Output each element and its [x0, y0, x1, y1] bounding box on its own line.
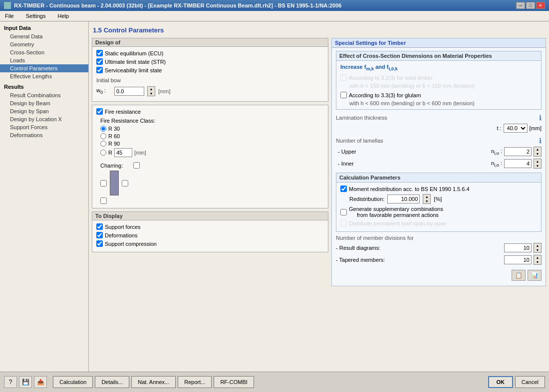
rf-combi-button[interactable]: RF-COMBI	[214, 376, 254, 388]
details-button[interactable]: Details...	[95, 376, 129, 388]
initial-bow-label: Initial bow	[96, 77, 324, 83]
calculation-button[interactable]: Calculation	[53, 376, 93, 388]
upper-lamellas-down[interactable]: ▼	[534, 152, 541, 156]
lamellas-info-icon[interactable]: ℹ	[539, 137, 542, 145]
fire-class-r30-radio[interactable]	[100, 126, 106, 132]
lamination-label: Lamination thickness	[336, 115, 387, 121]
close-btn[interactable]: ✕	[536, 2, 545, 9]
sidebar-item-design-by-location-x[interactable]: Design by Location X	[0, 115, 88, 123]
result-diagrams-down[interactable]: ▼	[534, 248, 541, 252]
effect-subtitle: Increase fm,k and ft,0,k	[340, 64, 537, 71]
charring-checkbox2[interactable]	[100, 180, 107, 187]
minimize-btn[interactable]: ─	[516, 2, 525, 9]
calc-params-title: Calculation Parameters	[336, 173, 541, 183]
support-forces-checkbox[interactable]	[96, 223, 103, 230]
right-panel-icon1[interactable]: 📋	[512, 270, 526, 281]
cancel-button[interactable]: Cancel	[515, 376, 545, 388]
maximize-btn[interactable]: □	[526, 2, 535, 9]
tapered-members-up[interactable]: ▲	[534, 255, 541, 260]
charring-checkbox4[interactable]	[100, 197, 107, 204]
redistribution-unit: [%]	[434, 196, 442, 202]
lamination-info-icon[interactable]: ℹ	[539, 114, 542, 122]
charring-checkbox3[interactable]	[122, 180, 128, 187]
fire-class-label: Fire Resistance Class:	[100, 118, 324, 124]
solid-timber-checkbox[interactable]	[340, 74, 347, 81]
main-content: 1.5 Control Parameters Design of Static …	[89, 21, 549, 372]
result-diagrams-input[interactable]	[504, 243, 532, 252]
nat-annex-button[interactable]: Nat. Annex...	[131, 376, 176, 388]
menu-settings[interactable]: Settings	[23, 12, 49, 20]
page-title: 1.5 Control Parameters	[92, 24, 546, 38]
sidebar-item-result-combinations[interactable]: Result Combinations	[0, 91, 88, 99]
fire-class-r60-label: R 60	[108, 133, 120, 139]
inner-symbol: ni,o :	[491, 160, 502, 168]
to-display-title: To Display	[92, 212, 328, 220]
sidebar-item-cross-section[interactable]: Cross-Section	[0, 48, 88, 56]
ultimate-limit-state-checkbox[interactable]	[96, 58, 103, 65]
fire-class-r90-radio[interactable]	[100, 141, 106, 147]
result-diagrams-up[interactable]: ▲	[534, 243, 541, 248]
redistribution-up[interactable]: ▲	[423, 195, 430, 199]
window-title: RX-TIMBER - Continuous beam - 2.04.0003 …	[14, 2, 341, 8]
sidebar-item-general-data[interactable]: General Data	[0, 32, 88, 40]
redistribution-input[interactable]	[387, 195, 420, 203]
lamination-thickness-select[interactable]: 40.0 30.0 45.0	[504, 124, 528, 133]
w0-spin-down[interactable]: ▼	[148, 91, 155, 96]
sidebar-item-design-by-span[interactable]: Design by Span	[0, 107, 88, 115]
sidebar-item-control-parameters[interactable]: Control Parameters	[0, 64, 88, 72]
upper-lamellas-up[interactable]: ▲	[534, 147, 541, 152]
special-settings-section: Special Settings for Timber Effect of Cr…	[331, 38, 546, 286]
deformations-checkbox[interactable]	[96, 232, 103, 238]
fire-class-r30-label: R 30	[108, 126, 120, 132]
serviceability-limit-state-label: Serviceability limit state	[105, 67, 162, 73]
sidebar-input-section: Input Data	[0, 23, 88, 32]
moment-redist-checkbox[interactable]	[340, 186, 347, 192]
fire-resistance-checkbox[interactable]	[96, 108, 103, 115]
w0-spin-up[interactable]: ▲	[148, 87, 155, 91]
menu-help[interactable]: Help	[54, 12, 72, 20]
save-icon-btn[interactable]: 💾	[19, 376, 32, 388]
report-button[interactable]: Report...	[178, 376, 212, 388]
upper-lamellas-input[interactable]	[504, 147, 532, 156]
w0-input[interactable]	[114, 87, 144, 96]
solid-timber-sublabel: with h < 150 mm (bending) or b < 150 mm …	[340, 83, 537, 89]
help-icon-btn[interactable]: ?	[4, 376, 17, 388]
charring-label: Charring:	[100, 163, 130, 169]
fire-class-custom-input[interactable]	[114, 148, 132, 157]
support-compression-checkbox[interactable]	[96, 240, 103, 247]
serviceability-limit-state-checkbox[interactable]	[96, 67, 103, 73]
right-panel-icon2[interactable]: 📊	[528, 270, 542, 281]
tapered-members-input[interactable]	[504, 255, 532, 264]
fire-class-rcustom-radio[interactable]	[100, 150, 106, 156]
charring-checkbox1[interactable]	[133, 162, 140, 169]
fire-class-unit: [min]	[134, 150, 146, 156]
sidebar-item-deformations[interactable]: Deformations	[0, 131, 88, 139]
sidebar-item-support-forces[interactable]: Support Forces	[0, 123, 88, 131]
ultimate-limit-state-label: Ultimate limit state (STR)	[105, 59, 166, 65]
export-icon-btn[interactable]: 📤	[34, 376, 47, 388]
inner-lamella-label: - Inner	[336, 161, 489, 167]
supp-combinations-checkbox[interactable]	[340, 209, 347, 215]
dist-permanent-label: Distribute permanent load span-by-span	[349, 220, 447, 226]
lam-unit: [mm]	[530, 125, 542, 131]
sidebar-item-design-by-beam[interactable]: Design by Beam	[0, 99, 88, 107]
w0-spinbox[interactable]: ▲ ▼	[147, 86, 155, 96]
tapered-members-down[interactable]: ▼	[534, 260, 541, 264]
fire-class-r60-radio[interactable]	[100, 133, 106, 139]
inner-lamellas-up[interactable]: ▲	[534, 159, 541, 164]
static-equilibrium-checkbox[interactable]	[96, 50, 103, 56]
sidebar-item-effective-lengths[interactable]: Effective Lengths	[0, 72, 88, 80]
sidebar-item-loads[interactable]: Loads	[0, 56, 88, 64]
ok-button[interactable]: OK	[488, 376, 513, 388]
redistribution-down[interactable]: ▼	[423, 199, 430, 203]
static-equilibrium-label: Static equilibrium (ECU)	[105, 50, 163, 56]
sidebar: Input Data General Data Geometry Cross-S…	[0, 21, 89, 372]
sidebar-results-section: Results	[0, 82, 88, 91]
sidebar-item-geometry[interactable]: Geometry	[0, 40, 88, 48]
glulam-checkbox[interactable]	[340, 92, 347, 98]
lamellas-label: Number of lamellas	[336, 138, 383, 144]
menu-file[interactable]: File	[2, 12, 17, 20]
inner-lamellas-input[interactable]	[504, 159, 532, 168]
dist-permanent-checkbox[interactable]	[340, 220, 347, 226]
inner-lamellas-down[interactable]: ▼	[534, 164, 541, 168]
